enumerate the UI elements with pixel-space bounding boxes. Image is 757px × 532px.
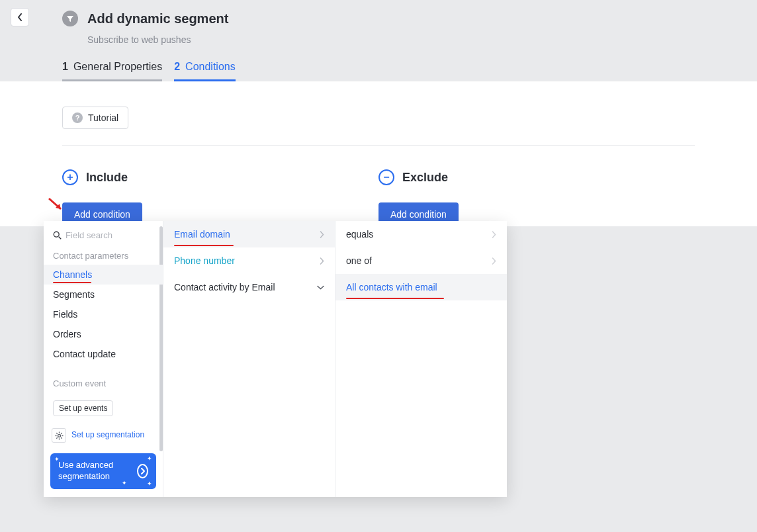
svg-point-0 xyxy=(54,232,59,237)
sparkle-icon: ✦ xyxy=(54,456,60,463)
operator-all-contacts-with-email[interactable]: All contacts with email xyxy=(335,274,507,300)
divider xyxy=(62,145,695,146)
operator-one-of[interactable]: one of xyxy=(335,247,507,274)
tab-label: General Properties xyxy=(73,61,162,73)
svg-line-9 xyxy=(56,437,57,438)
back-button[interactable] xyxy=(11,8,29,26)
category-segments[interactable]: Segments xyxy=(44,285,163,304)
tab-general-properties[interactable]: 1 General Properties xyxy=(62,61,162,81)
include-column: + Include Add condition xyxy=(62,169,378,226)
operator-label: equals xyxy=(346,229,373,240)
sparkle-icon: ✦ xyxy=(122,480,127,486)
option-phone-number[interactable]: Phone number xyxy=(163,247,335,274)
tab-label: Conditions xyxy=(185,61,236,73)
chevron-right-icon xyxy=(320,257,324,265)
tutorial-button[interactable]: ? Tutorial xyxy=(62,107,128,129)
contact-parameters-label: Contact parameters xyxy=(44,247,163,265)
operator-label: one of xyxy=(346,255,372,266)
option-label: Phone number xyxy=(174,255,235,266)
operator-label: All contacts with email xyxy=(346,282,437,292)
tab-number: 2 xyxy=(174,61,180,73)
option-label: Email domain xyxy=(174,229,230,240)
search-icon xyxy=(53,230,62,240)
advanced-segmentation-label: Use advanced segmentation xyxy=(58,460,137,482)
category-channels[interactable]: Channels xyxy=(44,265,163,285)
condition-categories-column: Contact parameters Channels Segments Fie… xyxy=(44,221,163,497)
svg-line-7 xyxy=(56,433,57,433)
chevron-right-circle-icon xyxy=(137,464,148,478)
setup-events-button[interactable]: Set up events xyxy=(53,400,113,416)
annotation-underline xyxy=(346,298,444,299)
chevron-down-icon xyxy=(317,285,324,290)
minus-icon: − xyxy=(378,169,394,185)
page-subtitle: Subscribe to web pushes xyxy=(87,34,757,45)
operator-equals[interactable]: equals xyxy=(335,221,507,247)
sparkle-icon: ✦ xyxy=(147,455,152,462)
setup-segmentation-link[interactable]: Set up segmentation xyxy=(71,430,144,441)
category-label: Channels xyxy=(53,269,92,280)
annotation-underline xyxy=(53,282,91,283)
option-contact-activity-email[interactable]: Contact activity by Email xyxy=(163,274,335,300)
option-label: Contact activity by Email xyxy=(174,282,275,292)
exclude-column: − Exclude Add condition xyxy=(378,169,695,226)
tab-number: 1 xyxy=(62,61,68,73)
custom-event-label: Custom event xyxy=(44,375,163,392)
exclude-title: Exclude xyxy=(402,171,448,185)
category-orders[interactable]: Orders xyxy=(44,324,163,344)
option-email-domain[interactable]: Email domain xyxy=(163,221,335,247)
plus-icon: + xyxy=(62,169,78,185)
annotation-underline xyxy=(174,245,234,246)
chevron-right-icon xyxy=(492,257,496,265)
category-contact-update[interactable]: Contact update xyxy=(44,344,163,364)
svg-line-1 xyxy=(59,237,61,239)
tabs: 1 General Properties 2 Conditions xyxy=(62,61,757,81)
advanced-segmentation-button[interactable]: ✦ ✦ ✦ ✦ Use advanced segmentation xyxy=(50,453,156,489)
page-title: Add dynamic segment xyxy=(87,11,228,26)
chevron-left-icon xyxy=(17,13,22,21)
include-title: Include xyxy=(86,171,128,185)
category-fields[interactable]: Fields xyxy=(44,304,163,324)
condition-dropdown-panel: Contact parameters Channels Segments Fie… xyxy=(44,221,507,497)
chevron-right-icon xyxy=(492,231,496,238)
channel-options-column: Email domain Phone number Contact activi… xyxy=(163,221,335,497)
svg-line-8 xyxy=(61,437,62,438)
tutorial-label: Tutorial xyxy=(88,112,118,123)
field-search-input[interactable] xyxy=(66,230,154,240)
chevron-right-icon xyxy=(320,231,324,238)
operators-column: equals one of All contacts with email xyxy=(335,221,507,497)
help-icon: ? xyxy=(72,112,83,123)
gear-icon[interactable] xyxy=(52,428,66,443)
svg-line-10 xyxy=(61,433,62,433)
tab-conditions[interactable]: 2 Conditions xyxy=(174,61,236,81)
sparkle-icon: ✦ xyxy=(147,480,152,487)
filter-icon xyxy=(62,11,78,26)
svg-point-2 xyxy=(58,434,60,437)
